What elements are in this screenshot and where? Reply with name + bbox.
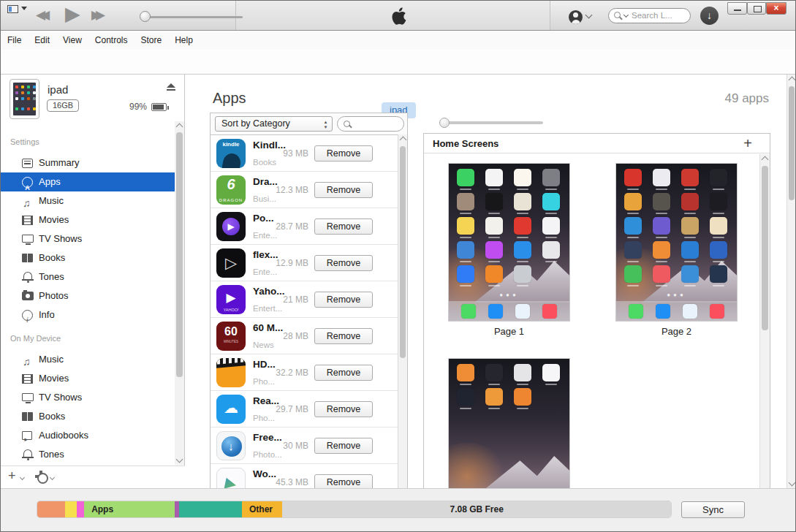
device-name[interactable]: ipad (48, 83, 68, 96)
search-input[interactable]: Search L... (608, 8, 691, 23)
dock-app-icon (710, 304, 724, 319)
maximize-button[interactable] (747, 2, 766, 15)
menu-controls[interactable]: Controls (88, 31, 134, 45)
menu-file[interactable]: File (1, 31, 28, 45)
system-menu-icon[interactable] (7, 5, 18, 13)
sidebar-item-tones[interactable]: Tones (1, 445, 175, 464)
app-search-input[interactable] (337, 116, 404, 132)
system-menu-arrow-icon[interactable] (21, 7, 27, 10)
scrollbar-thumb[interactable] (789, 86, 795, 200)
sidebar-item-info[interactable]: Info (1, 305, 175, 324)
sidebar-item-tv-shows[interactable]: TV Shows (1, 388, 175, 407)
remove-button[interactable]: Remove (314, 255, 373, 271)
sidebar-item-tones[interactable]: Tones (1, 267, 175, 286)
rewind-button[interactable]: ◀◀ (36, 7, 45, 23)
scroll-down-icon[interactable] (789, 479, 796, 487)
add-button[interactable]: + (8, 468, 16, 484)
eject-icon[interactable] (166, 83, 176, 91)
dock (449, 301, 569, 321)
tv-icon (22, 393, 34, 401)
sidebar-item-music[interactable]: ♫Music (1, 191, 175, 210)
app-row-kindl-: Kindl...Books93 MBRemove (211, 135, 398, 172)
remove-button[interactable]: Remove (314, 182, 373, 198)
home-screen-thumbnail[interactable]: ●●● (616, 164, 737, 321)
scroll-up-icon[interactable] (789, 77, 796, 84)
remove-button[interactable]: Remove (314, 401, 373, 417)
apple-logo-icon (389, 5, 409, 27)
sidebar-item-books[interactable]: Books (1, 407, 175, 426)
remove-button[interactable]: Remove (314, 438, 373, 454)
account-icon[interactable] (569, 10, 583, 24)
volume-slider-track[interactable] (142, 16, 243, 18)
gear-icon[interactable] (35, 471, 47, 482)
sidebar-item-summary[interactable]: Summary (1, 153, 175, 172)
play-button[interactable]: ▶ (65, 2, 80, 26)
mini-app-icon (681, 217, 699, 235)
add-home-screen-button[interactable]: + (743, 135, 752, 152)
app-size: 21 MB (283, 294, 308, 305)
app-list-scrollbar[interactable] (398, 134, 407, 488)
minimize-button[interactable] (727, 2, 747, 15)
sidebar-item-movies[interactable]: Movies (1, 369, 175, 388)
capacity-segment-apps: Apps (84, 501, 175, 517)
scroll-up-icon[interactable] (176, 123, 183, 131)
sidebar-item-movies[interactable]: Movies (1, 210, 175, 229)
add-chevron-icon[interactable] (20, 475, 25, 480)
scroll-down-icon[interactable] (176, 456, 183, 463)
sidebar-item-apps[interactable]: Apps (1, 172, 175, 191)
sidebar-item-label: Tones (39, 445, 64, 464)
sort-dropdown[interactable]: Sort by Category ▴▾ (215, 116, 333, 132)
home-screen-page-3[interactable] (449, 359, 569, 489)
home-screen-page-page-2[interactable]: ●●●Page 2 (616, 164, 737, 337)
menu-store[interactable]: Store (134, 31, 169, 45)
home-screen-page-page-1[interactable]: ●●●Page 1 (449, 164, 569, 337)
itunes-window: ◀◀ ▶ ▶▶ Search L... ↓ × FileEditViewCont… (0, 0, 796, 532)
menu-view[interactable]: View (56, 31, 88, 45)
fast-forward-button[interactable]: ▶▶ (91, 7, 106, 23)
sidebar-nav: SettingsSummaryApps♫MusicMoviesTV ShowsB… (1, 137, 175, 483)
menu-help[interactable]: Help (168, 31, 200, 45)
dock-app-icon (683, 304, 697, 319)
main-scrollbar[interactable] (786, 75, 796, 488)
home-screen-thumbnail[interactable]: ●●● (449, 164, 569, 321)
app-category: Busi... (253, 194, 276, 203)
mini-app-icon (485, 388, 503, 406)
sidebar-item-label: Summary (39, 153, 80, 172)
gear-chevron-icon[interactable] (50, 475, 55, 480)
app-row-hd-: HD...Pho...32.2 MBRemove (211, 354, 398, 391)
sidebar-item-photos[interactable]: Photos (1, 286, 175, 305)
remove-button[interactable]: Remove (314, 328, 373, 344)
zoom-slider-track[interactable] (442, 121, 543, 124)
sidebar-item-books[interactable]: Books (1, 248, 175, 267)
scrollbar-thumb[interactable] (762, 166, 768, 330)
scroll-up-icon[interactable] (762, 156, 769, 164)
close-button[interactable]: × (766, 2, 786, 15)
dock-app-icon (515, 304, 530, 319)
scroll-up-icon[interactable] (400, 137, 407, 144)
sidebar-scrollbar[interactable] (175, 121, 184, 465)
remove-button[interactable]: Remove (314, 145, 373, 162)
search-icon (614, 12, 623, 20)
remove-button[interactable]: Remove (314, 365, 373, 381)
remove-button[interactable]: Remove (314, 474, 373, 488)
sidebar-footer: + (1, 466, 185, 488)
page-label: Page 2 (616, 326, 737, 337)
volume-slider-handle[interactable] (140, 11, 151, 22)
downloads-button[interactable]: ↓ (700, 7, 719, 25)
sidebar-item-audiobooks[interactable]: Audiobooks (1, 426, 175, 445)
scrollbar-thumb[interactable] (176, 132, 183, 377)
scrollbar-thumb[interactable] (400, 146, 406, 358)
sync-button[interactable]: Sync (681, 501, 745, 518)
app-name: Dra... (253, 176, 278, 187)
zoom-slider-handle[interactable] (439, 118, 450, 128)
menu-edit[interactable]: Edit (28, 31, 56, 45)
account-chevron-icon[interactable] (585, 12, 593, 19)
remove-button[interactable]: Remove (314, 292, 373, 308)
sidebar-item-tv-shows[interactable]: TV Shows (1, 229, 175, 248)
remove-button[interactable]: Remove (314, 218, 373, 235)
home-screen-thumbnail[interactable] (449, 359, 569, 489)
sidebar-section-header: On My Device (1, 334, 175, 347)
home-screens-scrollbar[interactable] (759, 154, 770, 488)
sidebar-item-music[interactable]: ♫Music (1, 350, 175, 369)
search-scope-chevron-icon[interactable] (623, 12, 629, 18)
